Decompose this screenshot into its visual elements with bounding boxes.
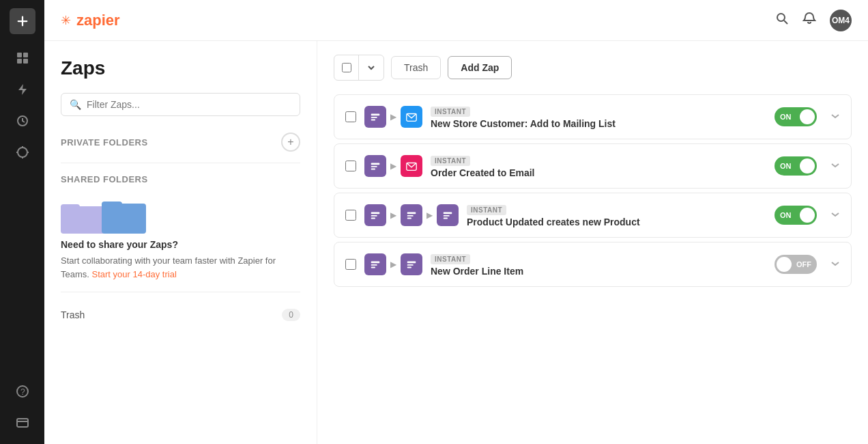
folder-img-2 xyxy=(98,196,143,234)
svg-rect-29 xyxy=(371,218,375,219)
top-bar-icons: OM4 xyxy=(775,10,852,31)
nav-icon-explore[interactable] xyxy=(10,139,35,165)
svg-rect-30 xyxy=(407,212,416,214)
logo-text: zapier xyxy=(76,12,120,29)
svg-rect-34 xyxy=(444,215,450,217)
toggle-on-1[interactable]: ON xyxy=(775,107,817,126)
svg-rect-28 xyxy=(371,215,377,217)
select-all-checkbox[interactable] xyxy=(334,55,359,80)
zap-info-2: INSTANT Order Created to Email xyxy=(431,154,766,178)
private-folders-label: PRIVATE FOLDERS xyxy=(61,137,148,148)
search-box[interactable]: 🔍 xyxy=(61,93,300,116)
trash-count: 0 xyxy=(282,309,300,321)
svg-rect-24 xyxy=(371,166,377,167)
svg-point-8 xyxy=(18,148,27,157)
logo: ✳ zapier xyxy=(61,12,120,29)
zap-row: ▶ ▶ INSTANT Product Updated creates new … xyxy=(334,193,852,238)
svg-rect-31 xyxy=(407,215,414,217)
main-wrapper: Zaps 🔍 PRIVATE FOLDERS + SHARED FOLDERS xyxy=(44,41,868,444)
app-icon-mail-1 xyxy=(401,106,422,128)
expand-icon-1[interactable] xyxy=(830,111,840,123)
arrow-icon-1: ▶ xyxy=(390,112,396,122)
page-title: Zaps xyxy=(61,57,300,79)
select-all-input[interactable] xyxy=(342,63,351,72)
create-zap-button[interactable] xyxy=(10,8,35,34)
toggle-on-3[interactable]: ON xyxy=(775,206,817,225)
share-cta-link[interactable]: Start your 14-day trial xyxy=(92,269,177,279)
zap-checkbox-3[interactable] xyxy=(345,210,356,221)
search-input[interactable] xyxy=(87,99,291,110)
zap-apps-2: ▶ xyxy=(364,155,422,177)
svg-line-18 xyxy=(784,20,787,24)
app-icon-woo-3a xyxy=(364,204,386,226)
svg-rect-21 xyxy=(371,120,375,121)
select-all-area xyxy=(334,55,384,81)
trash-label: Trash xyxy=(61,309,85,320)
nav-icon-billing[interactable] xyxy=(10,410,35,436)
trash-button[interactable]: Trash xyxy=(391,56,441,79)
shared-folders-section: SHARED FOLDERS Need to share your Zaps? … xyxy=(61,174,300,281)
folders-illustration xyxy=(61,193,149,234)
select-dropdown-chevron[interactable] xyxy=(359,55,384,80)
zap-row: ▶ INSTANT New Store Customer: Add to Mai… xyxy=(334,94,852,139)
expand-icon-3[interactable] xyxy=(830,210,840,221)
expand-icon-4[interactable] xyxy=(830,259,840,270)
svg-marker-6 xyxy=(18,84,27,95)
divider-2 xyxy=(61,292,300,292)
app-icon-mail2-2 xyxy=(401,155,422,177)
nav-icon-zaps[interactable] xyxy=(10,77,35,102)
nav-icon-help[interactable]: ? xyxy=(10,378,35,404)
add-private-folder-button[interactable]: + xyxy=(281,133,300,152)
nav-icon-dashboard[interactable] xyxy=(10,45,35,71)
app-icon-woo-1 xyxy=(364,106,386,128)
arrow-icon-4: ▶ xyxy=(390,260,396,269)
shared-folders-label: SHARED FOLDERS xyxy=(61,174,148,184)
notifications-icon[interactable] xyxy=(802,12,816,29)
shared-folders-header: SHARED FOLDERS xyxy=(61,174,300,184)
svg-rect-20 xyxy=(371,117,377,118)
arrow-icon-2: ▶ xyxy=(390,161,396,171)
zap-checkbox-4[interactable] xyxy=(345,259,356,270)
zap-title-4: New Order Line Item xyxy=(431,266,766,277)
expand-icon-2[interactable] xyxy=(830,161,840,172)
share-cta-desc: Start collaborating with your team faste… xyxy=(61,254,300,281)
nav-icon-history[interactable] xyxy=(10,108,35,134)
zap-apps-4: ▶ xyxy=(364,253,422,275)
svg-rect-40 xyxy=(407,264,414,266)
svg-rect-23 xyxy=(371,163,380,165)
search-icon-small: 🔍 xyxy=(70,99,81,110)
zap-checkbox-1[interactable] xyxy=(345,111,356,122)
zap-row: ▶ INSTANT New Order Line Item OFF xyxy=(334,242,852,287)
private-folders-header: PRIVATE FOLDERS + xyxy=(61,133,300,152)
svg-rect-25 xyxy=(371,169,375,170)
toggle-on-2[interactable]: ON xyxy=(775,156,817,176)
zap-checkbox-2[interactable] xyxy=(345,161,356,171)
app-icon-woo-4a xyxy=(364,253,386,275)
zap-badge-3: INSTANT xyxy=(467,205,506,215)
zap-info-3: INSTANT Product Updated creates new Prod… xyxy=(467,203,766,227)
svg-rect-2 xyxy=(17,53,22,57)
zap-badge-2: INSTANT xyxy=(431,156,470,166)
svg-rect-27 xyxy=(371,212,380,214)
svg-rect-37 xyxy=(371,264,377,266)
zap-badge-4: INSTANT xyxy=(431,254,470,264)
svg-rect-3 xyxy=(23,53,28,57)
svg-text:?: ? xyxy=(20,387,25,397)
svg-rect-38 xyxy=(371,267,375,268)
app-icon-woo-4b xyxy=(401,253,422,275)
svg-rect-35 xyxy=(444,218,448,219)
search-icon[interactable] xyxy=(775,12,789,29)
svg-point-17 xyxy=(777,14,785,21)
zap-apps-1: ▶ xyxy=(364,106,422,128)
divider-1 xyxy=(61,163,300,163)
add-zap-button[interactable]: Add Zap xyxy=(448,56,512,79)
toggle-off-4[interactable]: OFF xyxy=(775,255,817,274)
sidebar: Zaps 🔍 PRIVATE FOLDERS + SHARED FOLDERS xyxy=(44,41,317,444)
svg-rect-5 xyxy=(23,59,28,64)
content-toolbar: Trash Add Zap xyxy=(334,55,852,81)
svg-rect-33 xyxy=(444,212,452,214)
svg-rect-4 xyxy=(17,59,22,64)
user-avatar[interactable]: OM4 xyxy=(830,10,852,31)
zap-apps-3: ▶ ▶ xyxy=(364,204,459,226)
zap-title-3: Product Updated creates new Product xyxy=(467,217,766,227)
